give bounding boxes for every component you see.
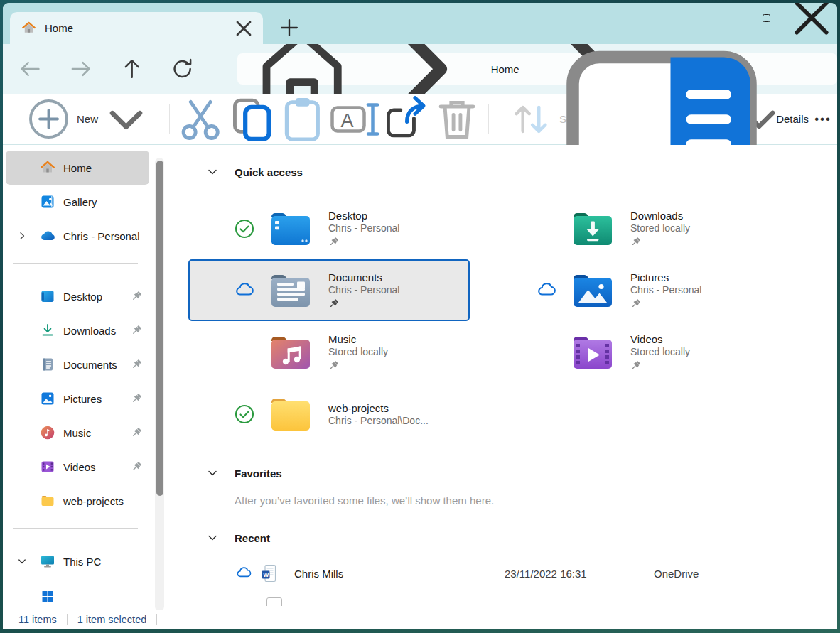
quick-access-item-downloads[interactable]: DownloadsStored locally xyxy=(490,198,772,259)
copy-icon xyxy=(227,94,278,145)
selection-count: 1 item selected xyxy=(77,614,147,625)
chevron-down-icon[interactable] xyxy=(206,531,219,544)
cloud-status-icon xyxy=(234,280,255,301)
videos-icon xyxy=(40,459,55,475)
sidebar-item-label: Desktop xyxy=(63,291,102,303)
delete-button[interactable] xyxy=(431,102,483,136)
sidebar-item-gallery[interactable]: Gallery xyxy=(6,185,149,219)
item-name: Videos xyxy=(630,333,690,345)
sidebar-item-label: Music xyxy=(63,427,91,439)
chevron-right-icon[interactable] xyxy=(17,231,27,241)
cut-button[interactable] xyxy=(176,102,227,136)
quick-access-item-videos[interactable]: VideosStored locally xyxy=(490,321,772,383)
section-title: Quick access xyxy=(235,166,303,178)
folder-documents-icon xyxy=(268,271,313,310)
chevron-down-icon[interactable] xyxy=(17,556,27,566)
documents-icon xyxy=(40,357,55,372)
thispc-icon xyxy=(40,553,55,569)
status-bar: 11 items 1 item selected xyxy=(3,610,837,629)
new-button-label: New xyxy=(77,113,98,125)
quick-access-item-web-projects[interactable]: web-projectsChris - Personal\Doc... xyxy=(188,383,470,445)
cloud-status-icon xyxy=(235,565,252,582)
sidebar-item-chris-personal[interactable]: Chris - Personal xyxy=(6,219,149,253)
quick-access-item-desktop[interactable]: DesktopChris - Personal xyxy=(188,198,470,259)
pin-icon xyxy=(131,359,142,370)
svg-text:A: A xyxy=(341,109,354,131)
chevron-down-icon[interactable] xyxy=(206,467,219,480)
recent-item-date: 23/11/2022 16:31 xyxy=(505,568,654,580)
sidebar-item-pictures[interactable]: Pictures xyxy=(6,382,149,416)
share-icon xyxy=(380,94,431,145)
downloads-icon xyxy=(40,323,55,338)
sidebar-item-documents[interactable]: Documents xyxy=(6,347,149,382)
pin-icon xyxy=(630,237,641,247)
sidebar-item-home[interactable]: Home xyxy=(6,151,149,185)
back-button[interactable] xyxy=(18,56,43,82)
windows-partial-icon xyxy=(40,588,55,603)
chevron-down-icon[interactable] xyxy=(206,166,219,178)
sidebar-item-label: web-projects xyxy=(63,495,124,507)
quick-access-item-music[interactable]: MusicStored locally xyxy=(188,321,470,383)
paste-button[interactable] xyxy=(278,102,329,136)
pin-icon xyxy=(328,298,339,309)
onedrive-icon xyxy=(40,228,55,244)
sidebar-item-this-pc[interactable]: This PC xyxy=(6,544,149,578)
tab-close-icon[interactable] xyxy=(234,18,254,38)
rename-button[interactable]: A xyxy=(329,102,380,136)
refresh-button[interactable] xyxy=(170,56,195,82)
folder-desktop-icon xyxy=(268,210,313,248)
sidebar-divider xyxy=(13,263,138,264)
section-title: Recent xyxy=(235,532,270,544)
item-text: PicturesChris - Personal xyxy=(630,271,701,309)
quick-access-header: Quick access xyxy=(188,165,837,179)
new-tab-button[interactable] xyxy=(279,17,300,38)
recent-item-location: OneDrive xyxy=(654,568,699,580)
sidebar-scrollbar[interactable] xyxy=(155,158,164,610)
plus-circle-icon xyxy=(27,97,70,141)
tab-title: Home xyxy=(45,22,234,34)
sidebar-items: HomeGalleryChris - PersonalDesktopDownlo… xyxy=(3,151,165,610)
pin-icon xyxy=(131,393,142,404)
quick-access-grid: DesktopChris - Personal DownloadsStored … xyxy=(188,198,837,445)
sidebar-item-label: Videos xyxy=(63,461,96,473)
sidebar-item-music[interactable]: Music xyxy=(6,416,149,450)
pin-icon xyxy=(131,325,142,336)
recent-item-chris-mills[interactable]: WChris Mills23/11/2022 16:31OneDrive xyxy=(188,556,837,590)
item-name: web-projects xyxy=(328,402,429,414)
partial-recent-item xyxy=(188,597,837,606)
item-name: Documents xyxy=(328,271,399,283)
item-subtitle: Stored locally xyxy=(328,346,388,357)
quick-access-item-pictures[interactable]: PicturesChris - Personal xyxy=(490,259,772,321)
sidebar-item-item[interactable] xyxy=(6,578,149,610)
more-options-button[interactable]: ••• xyxy=(809,109,837,129)
gallery-icon xyxy=(40,194,55,210)
sidebar-item-desktop[interactable]: Desktop xyxy=(6,279,149,313)
statusbar-divider xyxy=(67,614,68,625)
window-body: HomeGalleryChris - PersonalDesktopDownlo… xyxy=(3,145,837,610)
sidebar-item-videos[interactable]: Videos xyxy=(6,450,149,484)
forward-button[interactable] xyxy=(68,56,93,82)
pictures-icon xyxy=(40,391,55,406)
up-button[interactable] xyxy=(119,56,144,82)
item-subtitle: Stored locally xyxy=(630,346,690,357)
item-subtitle: Chris - Personal\Doc... xyxy=(328,415,429,426)
tab-home[interactable]: Home xyxy=(10,12,263,44)
sidebar-item-web-projects[interactable]: web-projects xyxy=(6,484,149,518)
recent-item-name: Chris Mills xyxy=(294,568,505,580)
command-toolbar: New A Sort View ••• Details xyxy=(3,94,837,145)
desktop-icon xyxy=(40,288,55,304)
copy-button[interactable] xyxy=(227,102,278,136)
cloud-status-icon xyxy=(536,280,557,301)
quick-access-item-documents[interactable]: DocumentsChris - Personal xyxy=(188,259,470,321)
sidebar-scrollbar-thumb[interactable] xyxy=(156,161,163,496)
sidebar-item-label: Home xyxy=(63,162,92,174)
item-name: Pictures xyxy=(630,271,701,283)
share-button[interactable] xyxy=(380,102,431,136)
items-count: 11 items xyxy=(18,614,57,625)
content-pane: Quick access DesktopChris - Personal Dow… xyxy=(165,145,837,610)
breadcrumb-segment[interactable]: Home xyxy=(491,63,519,75)
maximize-icon xyxy=(763,14,770,22)
folder-downloads-icon xyxy=(570,210,615,248)
new-button[interactable]: New xyxy=(24,93,151,145)
sidebar-item-downloads[interactable]: Downloads xyxy=(6,313,149,347)
